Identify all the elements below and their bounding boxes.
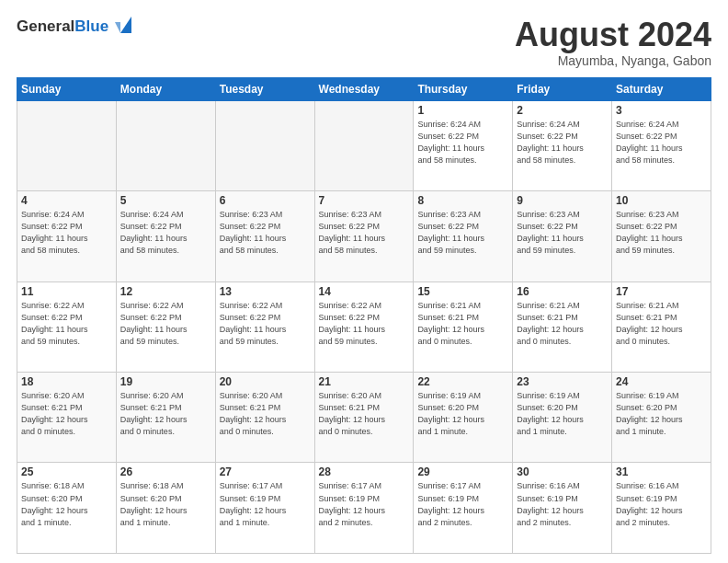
calendar-cell [215,100,314,190]
calendar-week-5: 25Sunrise: 6:18 AM Sunset: 6:20 PM Dayli… [17,463,711,554]
calendar-table: SundayMondayTuesdayWednesdayThursdayFrid… [17,77,711,554]
day-number: 23 [517,375,608,388]
day-info: Sunrise: 6:22 AM Sunset: 6:22 PM Dayligh… [21,300,112,348]
subtitle: Mayumba, Nyanga, Gabon [515,53,711,68]
day-info: Sunrise: 6:24 AM Sunset: 6:22 PM Dayligh… [21,209,112,257]
day-number: 15 [417,285,508,298]
header: GeneralBlue August 2024 Mayumba, Nyanga,… [17,17,711,68]
title-block: August 2024 Mayumba, Nyanga, Gabon [515,17,711,68]
calendar-cell: 4Sunrise: 6:24 AM Sunset: 6:22 PM Daylig… [17,191,117,282]
day-number: 18 [21,375,112,388]
day-number: 17 [616,285,707,298]
day-number: 16 [517,285,608,298]
day-info: Sunrise: 6:16 AM Sunset: 6:19 PM Dayligh… [517,480,608,528]
svg-marker-1 [115,22,120,33]
calendar-cell: 11Sunrise: 6:22 AM Sunset: 6:22 PM Dayli… [17,282,117,372]
day-number: 13 [220,285,311,298]
logo: GeneralBlue [17,17,135,37]
calendar-cell: 15Sunrise: 6:21 AM Sunset: 6:21 PM Dayli… [414,282,513,372]
day-info: Sunrise: 6:23 AM Sunset: 6:22 PM Dayligh… [417,209,508,257]
calendar-cell: 25Sunrise: 6:18 AM Sunset: 6:20 PM Dayli… [17,463,117,554]
day-info: Sunrise: 6:24 AM Sunset: 6:22 PM Dayligh… [517,119,608,167]
calendar-cell: 29Sunrise: 6:17 AM Sunset: 6:19 PM Dayli… [414,463,513,554]
day-number: 14 [319,285,410,298]
calendar-header-sunday: Sunday [17,77,117,100]
day-number: 8 [417,194,508,207]
calendar-cell: 23Sunrise: 6:19 AM Sunset: 6:20 PM Dayli… [513,373,612,463]
day-number: 12 [120,285,211,298]
day-number: 25 [21,465,112,478]
logo-icon [111,13,135,37]
day-info: Sunrise: 6:23 AM Sunset: 6:22 PM Dayligh… [616,209,707,257]
calendar-cell: 8Sunrise: 6:23 AM Sunset: 6:22 PM Daylig… [414,191,513,282]
day-info: Sunrise: 6:21 AM Sunset: 6:21 PM Dayligh… [417,300,508,348]
day-info: Sunrise: 6:16 AM Sunset: 6:19 PM Dayligh… [616,480,707,528]
calendar-week-3: 11Sunrise: 6:22 AM Sunset: 6:22 PM Dayli… [17,282,711,372]
day-number: 5 [120,194,211,207]
calendar-cell: 6Sunrise: 6:23 AM Sunset: 6:22 PM Daylig… [215,191,314,282]
day-info: Sunrise: 6:19 AM Sunset: 6:20 PM Dayligh… [417,390,508,438]
calendar-cell: 17Sunrise: 6:21 AM Sunset: 6:21 PM Dayli… [612,282,711,372]
day-number: 3 [616,104,707,117]
calendar-cell: 13Sunrise: 6:22 AM Sunset: 6:22 PM Dayli… [215,282,314,372]
day-number: 21 [319,375,410,388]
calendar-cell: 18Sunrise: 6:20 AM Sunset: 6:21 PM Dayli… [17,373,117,463]
day-info: Sunrise: 6:23 AM Sunset: 6:22 PM Dayligh… [517,209,608,257]
day-number: 9 [517,194,608,207]
day-number: 26 [120,465,211,478]
calendar-week-2: 4Sunrise: 6:24 AM Sunset: 6:22 PM Daylig… [17,191,711,282]
day-info: Sunrise: 6:21 AM Sunset: 6:21 PM Dayligh… [616,300,707,348]
calendar-header-wednesday: Wednesday [314,77,414,100]
day-number: 20 [220,375,311,388]
calendar-cell: 2Sunrise: 6:24 AM Sunset: 6:22 PM Daylig… [513,100,612,190]
day-number: 7 [319,194,410,207]
day-number: 2 [517,104,608,117]
calendar-cell [314,100,414,190]
day-number: 10 [616,194,707,207]
calendar-cell: 9Sunrise: 6:23 AM Sunset: 6:22 PM Daylig… [513,191,612,282]
calendar-cell: 22Sunrise: 6:19 AM Sunset: 6:20 PM Dayli… [414,373,513,463]
day-number: 11 [21,285,112,298]
day-number: 27 [220,465,311,478]
day-info: Sunrise: 6:22 AM Sunset: 6:22 PM Dayligh… [319,300,410,348]
day-info: Sunrise: 6:20 AM Sunset: 6:21 PM Dayligh… [220,390,311,438]
day-info: Sunrise: 6:18 AM Sunset: 6:20 PM Dayligh… [120,480,211,528]
calendar-week-4: 18Sunrise: 6:20 AM Sunset: 6:21 PM Dayli… [17,373,711,463]
calendar-cell: 24Sunrise: 6:19 AM Sunset: 6:20 PM Dayli… [612,373,711,463]
day-info: Sunrise: 6:19 AM Sunset: 6:20 PM Dayligh… [616,390,707,438]
calendar-cell: 26Sunrise: 6:18 AM Sunset: 6:20 PM Dayli… [116,463,215,554]
day-number: 1 [417,104,508,117]
calendar-cell: 3Sunrise: 6:24 AM Sunset: 6:22 PM Daylig… [612,100,711,190]
day-info: Sunrise: 6:24 AM Sunset: 6:22 PM Dayligh… [616,119,707,167]
calendar-cell [116,100,215,190]
day-info: Sunrise: 6:23 AM Sunset: 6:22 PM Dayligh… [220,209,311,257]
day-number: 24 [616,375,707,388]
day-number: 19 [120,375,211,388]
calendar-cell: 5Sunrise: 6:24 AM Sunset: 6:22 PM Daylig… [116,191,215,282]
calendar-header-saturday: Saturday [612,77,711,100]
day-info: Sunrise: 6:20 AM Sunset: 6:21 PM Dayligh… [21,390,112,438]
day-info: Sunrise: 6:24 AM Sunset: 6:22 PM Dayligh… [417,119,508,167]
calendar-week-1: 1Sunrise: 6:24 AM Sunset: 6:22 PM Daylig… [17,100,711,190]
calendar-header-friday: Friday [513,77,612,100]
day-info: Sunrise: 6:22 AM Sunset: 6:22 PM Dayligh… [120,300,211,348]
svg-marker-0 [120,17,131,33]
day-info: Sunrise: 6:20 AM Sunset: 6:21 PM Dayligh… [319,390,410,438]
day-info: Sunrise: 6:23 AM Sunset: 6:22 PM Dayligh… [319,209,410,257]
day-number: 31 [616,465,707,478]
day-info: Sunrise: 6:22 AM Sunset: 6:22 PM Dayligh… [220,300,311,348]
month-title: August 2024 [515,17,711,53]
day-info: Sunrise: 6:17 AM Sunset: 6:19 PM Dayligh… [319,480,410,528]
calendar-cell: 16Sunrise: 6:21 AM Sunset: 6:21 PM Dayli… [513,282,612,372]
calendar-cell: 10Sunrise: 6:23 AM Sunset: 6:22 PM Dayli… [612,191,711,282]
day-number: 22 [417,375,508,388]
calendar-cell: 27Sunrise: 6:17 AM Sunset: 6:19 PM Dayli… [215,463,314,554]
logo-general: GeneralBlue [17,17,108,36]
calendar-cell: 1Sunrise: 6:24 AM Sunset: 6:22 PM Daylig… [414,100,513,190]
day-info: Sunrise: 6:19 AM Sunset: 6:20 PM Dayligh… [517,390,608,438]
calendar-cell: 19Sunrise: 6:20 AM Sunset: 6:21 PM Dayli… [116,373,215,463]
day-info: Sunrise: 6:21 AM Sunset: 6:21 PM Dayligh… [517,300,608,348]
day-info: Sunrise: 6:17 AM Sunset: 6:19 PM Dayligh… [220,480,311,528]
day-info: Sunrise: 6:18 AM Sunset: 6:20 PM Dayligh… [21,480,112,528]
day-number: 6 [220,194,311,207]
